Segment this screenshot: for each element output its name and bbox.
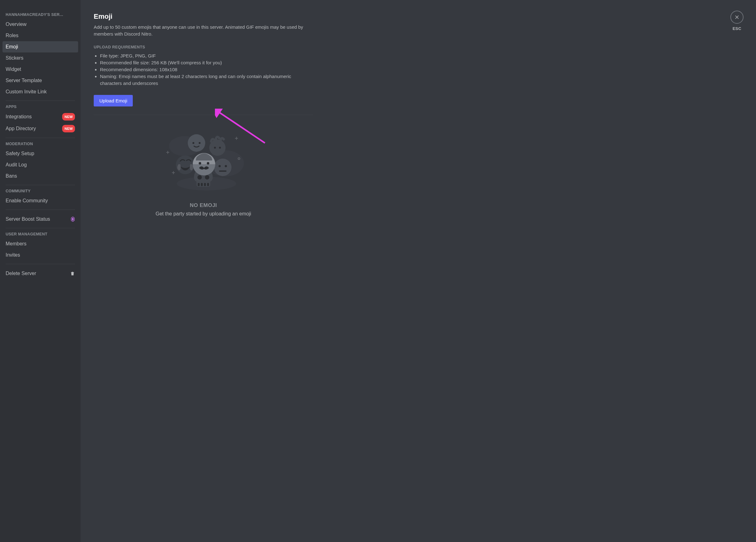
sidebar-item-emoji[interactable]: Emoji xyxy=(2,41,78,52)
empty-state: NO EMOJI Get the party started by upload… xyxy=(94,127,313,217)
sidebar-item-delete-server[interactable]: Delete Server xyxy=(2,268,78,279)
sidebar-divider xyxy=(6,185,75,185)
sidebar-item-custom-invite-link[interactable]: Custom Invite Link xyxy=(2,86,78,97)
close-settings-button[interactable]: ESC xyxy=(730,11,744,31)
section-divider xyxy=(94,115,313,115)
requirement-item: File type: JPEG, PNG, GIF xyxy=(100,52,313,59)
sidebar-divider xyxy=(6,210,75,210)
upload-requirements-list: File type: JPEG, PNG, GIF Recommended fi… xyxy=(94,52,313,87)
sidebar-item-server-boost-status[interactable]: Server Boost Status xyxy=(2,214,78,225)
sidebar-item-roles[interactable]: Roles xyxy=(2,30,78,41)
requirement-item: Recommended dimensions: 108x108 xyxy=(100,66,313,73)
sidebar-item-widget[interactable]: Widget xyxy=(2,64,78,75)
svg-point-16 xyxy=(205,175,209,180)
svg-rect-17 xyxy=(198,183,200,186)
sidebar-item-integrations[interactable]: Integrations NEW xyxy=(2,111,78,123)
sidebar-item-audit-log[interactable]: Audit Log xyxy=(2,159,78,171)
svg-point-15 xyxy=(197,175,202,180)
no-emoji-illustration xyxy=(163,127,244,193)
svg-point-9 xyxy=(219,147,221,149)
svg-point-23 xyxy=(207,162,209,165)
sidebar-item-label: Emoji xyxy=(6,43,75,50)
page-title: Emoji xyxy=(94,12,313,21)
new-badge: NEW xyxy=(62,113,75,121)
sidebar-divider xyxy=(6,228,75,228)
sidebar-item-label: Widget xyxy=(6,66,75,73)
boost-gem-icon xyxy=(71,217,75,221)
sidebar-item-label: Delete Server xyxy=(6,270,70,277)
sidebar-item-safety-setup[interactable]: Safety Setup xyxy=(2,148,78,159)
svg-point-13 xyxy=(225,165,227,167)
sidebar-item-label: App Directory xyxy=(6,125,62,132)
svg-point-12 xyxy=(219,165,221,167)
upload-emoji-button[interactable]: Upload Emoji xyxy=(94,95,133,107)
sidebar-item-label: Overview xyxy=(6,21,75,28)
svg-point-11 xyxy=(214,159,231,176)
sidebar-item-label: Server Template xyxy=(6,77,75,84)
empty-state-title: NO EMOJI xyxy=(94,202,313,209)
upload-requirements-header: UPLOAD REQUIREMENTS xyxy=(94,45,313,49)
sidebar-item-members[interactable]: Members xyxy=(2,238,78,250)
settings-content: Emoji Add up to 50 custom emojis that an… xyxy=(81,0,756,542)
sidebar-item-label: Members xyxy=(6,241,75,247)
sidebar-item-label: Server Boost Status xyxy=(6,216,71,223)
empty-state-subtitle: Get the party started by uploading an em… xyxy=(94,211,313,217)
sidebar-item-stickers[interactable]: Stickers xyxy=(2,52,78,64)
sidebar-divider xyxy=(6,101,75,101)
sidebar-item-server-template[interactable]: Server Template xyxy=(2,75,78,86)
sidebar-divider xyxy=(6,264,75,264)
sidebar-item-label: Invites xyxy=(6,252,75,259)
sidebar-item-label: Roles xyxy=(6,32,75,39)
sidebar-item-overview[interactable]: Overview xyxy=(2,19,78,30)
sidebar-apps-header: APPS xyxy=(2,105,78,111)
sidebar-server-name-header: HANNAHMACREADY'S SER... xyxy=(2,12,78,19)
close-icon xyxy=(730,11,744,24)
svg-rect-18 xyxy=(201,183,203,186)
svg-rect-20 xyxy=(207,183,209,186)
sidebar-divider xyxy=(6,138,75,138)
sidebar-item-bans[interactable]: Bans xyxy=(2,171,78,182)
svg-point-5 xyxy=(192,142,194,144)
sidebar-item-enable-community[interactable]: Enable Community xyxy=(2,195,78,206)
sidebar-moderation-header: MODERATION xyxy=(2,142,78,148)
sidebar-item-label: Bans xyxy=(6,173,75,180)
server-settings-sidebar: HANNAHMACREADY'S SER... Overview Roles E… xyxy=(0,0,81,542)
new-badge: NEW xyxy=(62,125,75,132)
requirement-item: Naming: Emoji names must be at least 2 c… xyxy=(100,73,313,87)
sidebar-item-label: Integrations xyxy=(6,113,62,120)
sidebar-item-app-directory[interactable]: App Directory NEW xyxy=(2,123,78,135)
sidebar-community-header: COMMUNITY xyxy=(2,189,78,195)
sidebar-item-label: Enable Community xyxy=(6,197,75,204)
sidebar-item-invites[interactable]: Invites xyxy=(2,250,78,261)
sidebar-item-label: Stickers xyxy=(6,55,75,62)
sidebar-user-management-header: USER MANAGEMENT xyxy=(2,232,78,238)
page-description: Add up to 50 custom emojis that anyone c… xyxy=(94,24,313,37)
svg-point-8 xyxy=(214,147,216,149)
sidebar-item-label: Safety Setup xyxy=(6,150,75,157)
close-esc-label: ESC xyxy=(730,26,744,31)
svg-rect-14 xyxy=(219,171,226,172)
sidebar-item-label: Custom Invite Link xyxy=(6,88,75,95)
svg-point-6 xyxy=(199,142,201,144)
trash-icon xyxy=(70,271,75,276)
svg-rect-19 xyxy=(204,183,206,186)
sidebar-item-label: Audit Log xyxy=(6,162,75,168)
requirement-item: Recommended file size: 256 KB (We'll com… xyxy=(100,59,313,66)
svg-point-22 xyxy=(199,162,201,165)
